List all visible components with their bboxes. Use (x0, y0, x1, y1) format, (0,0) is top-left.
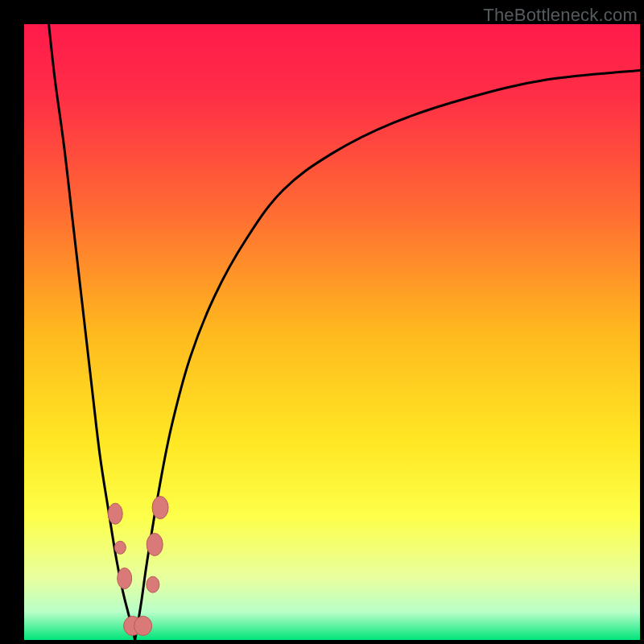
data-point-4 (134, 616, 152, 635)
data-point-5 (147, 576, 159, 592)
data-point-7 (152, 497, 168, 519)
data-point-1 (114, 541, 126, 554)
attribution-label: TheBottleneck.com (483, 5, 638, 26)
plot-svg (24, 24, 640, 640)
data-point-6 (147, 533, 163, 555)
data-point-0 (108, 503, 122, 524)
data-point-2 (118, 568, 132, 589)
plot-area (24, 24, 640, 640)
chart-frame: TheBottleneck.com (0, 0, 644, 644)
